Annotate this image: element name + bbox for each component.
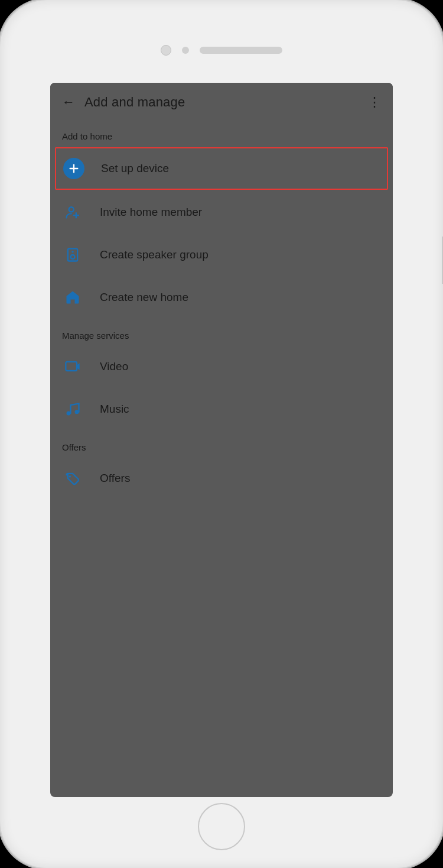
phone-camera: [161, 45, 171, 56]
menu-item-offers[interactable]: Offers: [50, 457, 393, 500]
section-label-manage-services: Manage services: [50, 319, 393, 345]
home-button[interactable]: [198, 803, 245, 850]
phone-sensor: [182, 47, 189, 54]
music-note-icon: [62, 399, 83, 420]
set-up-device-label: Set up device: [101, 162, 169, 175]
app-content: Add to home Set up device: [50, 119, 393, 797]
menu-item-invite-home-member[interactable]: Invite home member: [50, 191, 393, 234]
svg-point-11: [75, 410, 79, 414]
more-options-button[interactable]: ⋮: [368, 96, 381, 109]
svg-point-10: [67, 412, 71, 416]
section-label-offers: Offers: [50, 430, 393, 457]
phone-frame: ← Add and manage ⋮ Add to home Set up de…: [0, 0, 443, 868]
home-icon: [62, 287, 83, 308]
menu-item-create-new-home[interactable]: Create new home: [50, 276, 393, 319]
tag-icon: [62, 468, 83, 489]
phone-top-bar: [0, 0, 443, 83]
create-speaker-group-label: Create speaker group: [100, 248, 209, 261]
phone-screen: ← Add and manage ⋮ Add to home Set up de…: [50, 83, 393, 797]
invite-home-member-label: Invite home member: [100, 206, 202, 219]
music-label: Music: [100, 403, 129, 416]
app-header: ← Add and manage ⋮: [50, 83, 393, 119]
svg-point-12: [69, 475, 71, 478]
back-button[interactable]: ←: [62, 96, 75, 109]
offers-label: Offers: [100, 472, 130, 485]
menu-item-music[interactable]: Music: [50, 388, 393, 430]
add-person-icon: [62, 202, 83, 223]
svg-rect-8: [66, 362, 77, 371]
plus-circle-icon: [63, 158, 84, 179]
speaker-icon: [62, 244, 83, 265]
video-label: Video: [100, 360, 128, 373]
section-label-add-to-home: Add to home: [50, 119, 393, 146]
create-new-home-label: Create new home: [100, 291, 188, 304]
svg-point-6: [71, 255, 75, 259]
video-icon: [62, 356, 83, 377]
svg-point-2: [69, 207, 74, 212]
page-title: Add and manage: [84, 95, 359, 110]
menu-item-create-speaker-group[interactable]: Create speaker group: [50, 234, 393, 276]
phone-speaker-top: [200, 47, 282, 54]
svg-point-7: [71, 251, 74, 253]
menu-item-video[interactable]: Video: [50, 345, 393, 388]
menu-item-set-up-device[interactable]: Set up device: [55, 147, 388, 190]
